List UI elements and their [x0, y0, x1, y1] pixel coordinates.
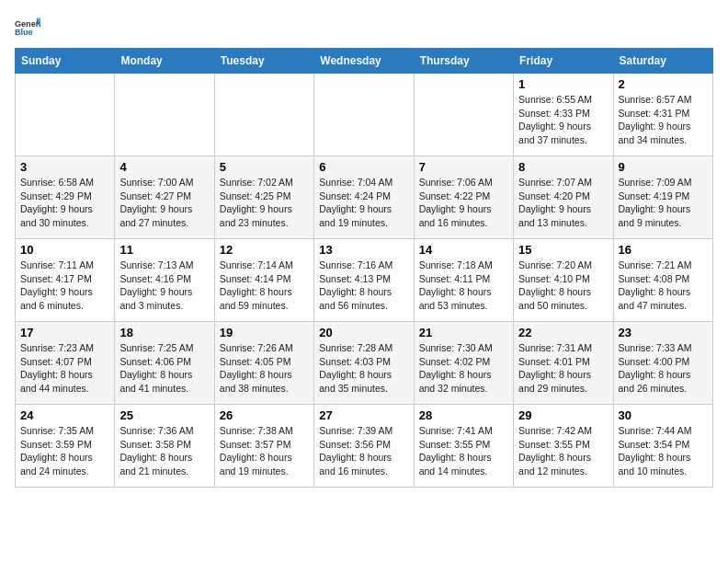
day-info: Sunrise: 7:18 AM Sunset: 4:11 PM Dayligh…	[419, 259, 508, 313]
day-info: Sunrise: 7:33 AM Sunset: 4:00 PM Dayligh…	[619, 341, 708, 396]
day-info: Sunrise: 7:16 AM Sunset: 4:13 PM Dayligh…	[319, 259, 408, 313]
day-number: 24	[20, 408, 109, 422]
calendar-week-row: 17Sunrise: 7:23 AM Sunset: 4:07 PM Dayli…	[16, 322, 713, 405]
day-info: Sunrise: 7:44 AM Sunset: 3:54 PM Dayligh…	[619, 424, 708, 478]
day-number: 14	[419, 243, 508, 257]
calendar-cell: 7Sunrise: 7:06 AM Sunset: 4:22 PM Daylig…	[414, 156, 513, 239]
day-number: 16	[619, 243, 708, 257]
day-number: 22	[518, 326, 608, 339]
svg-text:Blue: Blue	[15, 28, 33, 37]
page-header: General Blue	[15, 15, 713, 40]
col-header-wednesday: Wednesday	[314, 49, 414, 74]
day-info: Sunrise: 7:30 AM Sunset: 4:02 PM Dayligh…	[419, 341, 508, 396]
col-header-sunday: Sunday	[16, 49, 115, 74]
calendar-cell: 3Sunrise: 6:58 AM Sunset: 4:29 PM Daylig…	[16, 156, 115, 239]
calendar-cell: 17Sunrise: 7:23 AM Sunset: 4:07 PM Dayli…	[16, 322, 115, 405]
calendar-cell: 10Sunrise: 7:11 AM Sunset: 4:17 PM Dayli…	[16, 239, 115, 322]
day-number: 19	[220, 326, 309, 339]
day-info: Sunrise: 7:13 AM Sunset: 4:16 PM Dayligh…	[119, 259, 209, 313]
calendar-cell: 4Sunrise: 7:00 AM Sunset: 4:27 PM Daylig…	[115, 156, 214, 239]
day-info: Sunrise: 7:31 AM Sunset: 4:01 PM Dayligh…	[518, 341, 608, 396]
calendar-cell: 11Sunrise: 7:13 AM Sunset: 4:16 PM Dayli…	[115, 239, 214, 322]
col-header-tuesday: Tuesday	[214, 49, 313, 74]
day-info: Sunrise: 7:23 AM Sunset: 4:07 PM Dayligh…	[20, 341, 109, 396]
calendar-cell: 16Sunrise: 7:21 AM Sunset: 4:08 PM Dayli…	[613, 239, 712, 322]
day-number: 9	[619, 160, 708, 174]
calendar-cell: 20Sunrise: 7:28 AM Sunset: 4:03 PM Dayli…	[314, 322, 414, 405]
calendar-cell: 26Sunrise: 7:38 AM Sunset: 3:57 PM Dayli…	[214, 405, 313, 488]
day-info: Sunrise: 7:02 AM Sunset: 4:25 PM Dayligh…	[220, 176, 309, 230]
day-number: 10	[20, 243, 109, 257]
day-number: 28	[419, 408, 508, 422]
day-number: 1	[518, 77, 608, 91]
calendar-cell: 15Sunrise: 7:20 AM Sunset: 4:10 PM Dayli…	[514, 239, 613, 322]
day-info: Sunrise: 7:35 AM Sunset: 3:59 PM Dayligh…	[20, 424, 109, 478]
calendar-cell	[414, 74, 513, 156]
day-number: 18	[119, 326, 209, 339]
day-number: 25	[119, 408, 209, 422]
logo-icon: General Blue	[15, 15, 40, 40]
day-info: Sunrise: 6:57 AM Sunset: 4:31 PM Dayligh…	[619, 93, 708, 147]
day-info: Sunrise: 7:09 AM Sunset: 4:19 PM Dayligh…	[619, 176, 708, 230]
day-number: 30	[619, 408, 708, 422]
day-info: Sunrise: 7:00 AM Sunset: 4:27 PM Dayligh…	[119, 176, 209, 230]
calendar-cell: 14Sunrise: 7:18 AM Sunset: 4:11 PM Dayli…	[414, 239, 513, 322]
calendar-cell: 2Sunrise: 6:57 AM Sunset: 4:31 PM Daylig…	[613, 74, 712, 156]
calendar-cell: 1Sunrise: 6:55 AM Sunset: 4:33 PM Daylig…	[514, 74, 613, 156]
calendar-cell	[115, 74, 214, 156]
day-number: 6	[319, 160, 408, 174]
calendar-cell: 5Sunrise: 7:02 AM Sunset: 4:25 PM Daylig…	[214, 156, 313, 239]
day-info: Sunrise: 6:58 AM Sunset: 4:29 PM Dayligh…	[20, 176, 109, 230]
day-number: 29	[518, 408, 608, 422]
calendar-cell: 12Sunrise: 7:14 AM Sunset: 4:14 PM Dayli…	[214, 239, 313, 322]
day-info: Sunrise: 7:04 AM Sunset: 4:24 PM Dayligh…	[319, 176, 408, 230]
calendar-cell: 29Sunrise: 7:42 AM Sunset: 3:55 PM Dayli…	[514, 405, 613, 488]
calendar-cell: 28Sunrise: 7:41 AM Sunset: 3:55 PM Dayli…	[414, 405, 513, 488]
day-number: 12	[220, 243, 309, 257]
day-number: 2	[619, 77, 708, 91]
calendar-cell: 6Sunrise: 7:04 AM Sunset: 4:24 PM Daylig…	[314, 156, 414, 239]
calendar-cell: 21Sunrise: 7:30 AM Sunset: 4:02 PM Dayli…	[414, 322, 513, 405]
day-number: 27	[319, 408, 408, 422]
calendar-cell: 8Sunrise: 7:07 AM Sunset: 4:20 PM Daylig…	[514, 156, 613, 239]
calendar-cell: 24Sunrise: 7:35 AM Sunset: 3:59 PM Dayli…	[16, 405, 115, 488]
calendar-table: SundayMondayTuesdayWednesdayThursdayFrid…	[15, 48, 713, 488]
day-info: Sunrise: 7:21 AM Sunset: 4:08 PM Dayligh…	[619, 259, 708, 313]
calendar-header-row: SundayMondayTuesdayWednesdayThursdayFrid…	[16, 49, 713, 74]
calendar-week-row: 24Sunrise: 7:35 AM Sunset: 3:59 PM Dayli…	[16, 405, 713, 488]
calendar-cell: 9Sunrise: 7:09 AM Sunset: 4:19 PM Daylig…	[613, 156, 712, 239]
day-number: 4	[119, 160, 209, 174]
day-number: 15	[518, 243, 608, 257]
col-header-friday: Friday	[514, 49, 613, 74]
calendar-week-row: 3Sunrise: 6:58 AM Sunset: 4:29 PM Daylig…	[16, 156, 713, 239]
day-info: Sunrise: 7:07 AM Sunset: 4:20 PM Dayligh…	[518, 176, 608, 230]
day-info: Sunrise: 7:41 AM Sunset: 3:55 PM Dayligh…	[419, 424, 508, 478]
calendar-cell: 23Sunrise: 7:33 AM Sunset: 4:00 PM Dayli…	[613, 322, 712, 405]
calendar-cell: 27Sunrise: 7:39 AM Sunset: 3:56 PM Dayli…	[314, 405, 414, 488]
day-number: 7	[419, 160, 508, 174]
day-info: Sunrise: 7:26 AM Sunset: 4:05 PM Dayligh…	[220, 341, 309, 396]
day-info: Sunrise: 7:06 AM Sunset: 4:22 PM Dayligh…	[419, 176, 508, 230]
col-header-saturday: Saturday	[613, 49, 712, 74]
col-header-monday: Monday	[115, 49, 214, 74]
calendar-cell: 13Sunrise: 7:16 AM Sunset: 4:13 PM Dayli…	[314, 239, 414, 322]
day-number: 11	[119, 243, 209, 257]
calendar-week-row: 1Sunrise: 6:55 AM Sunset: 4:33 PM Daylig…	[16, 74, 713, 156]
day-info: Sunrise: 7:14 AM Sunset: 4:14 PM Dayligh…	[220, 259, 309, 313]
day-number: 8	[518, 160, 608, 174]
day-number: 26	[220, 408, 309, 422]
day-info: Sunrise: 6:55 AM Sunset: 4:33 PM Dayligh…	[518, 93, 608, 147]
day-info: Sunrise: 7:20 AM Sunset: 4:10 PM Dayligh…	[518, 259, 608, 313]
day-number: 21	[419, 326, 508, 339]
day-number: 5	[220, 160, 309, 174]
logo: General Blue	[15, 15, 40, 40]
day-info: Sunrise: 7:36 AM Sunset: 3:58 PM Dayligh…	[119, 424, 209, 478]
day-number: 3	[20, 160, 109, 174]
calendar-cell	[214, 74, 313, 156]
day-number: 23	[619, 326, 708, 339]
calendar-cell: 30Sunrise: 7:44 AM Sunset: 3:54 PM Dayli…	[613, 405, 712, 488]
col-header-thursday: Thursday	[414, 49, 513, 74]
day-number: 13	[319, 243, 408, 257]
day-info: Sunrise: 7:39 AM Sunset: 3:56 PM Dayligh…	[319, 424, 408, 478]
calendar-cell: 18Sunrise: 7:25 AM Sunset: 4:06 PM Dayli…	[115, 322, 214, 405]
